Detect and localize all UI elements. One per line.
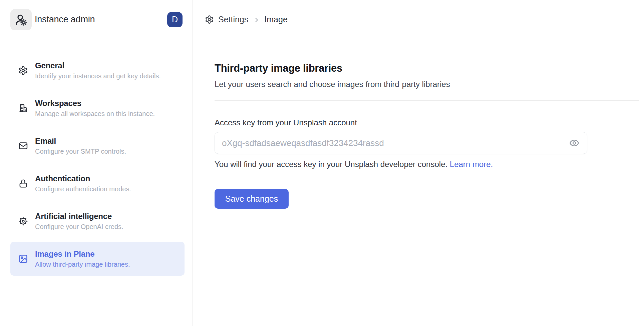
instance-admin-app: Instance admin D Settings Image Ge [0,0,644,326]
sidebar-item-email[interactable]: Email Configure your SMTP controls. [10,129,185,163]
user-avatar[interactable]: D [167,12,183,27]
instance-admin-badge [10,9,32,30]
access-key-field-wrap [215,132,587,154]
settings-sidebar: General Identify your instances and get … [0,39,193,326]
toggle-key-visibility-button[interactable] [569,137,580,149]
image-icon [18,254,28,264]
building-icon [18,103,28,113]
settings-gear-icon [205,15,214,24]
gear-icon [18,66,28,75]
access-key-help: You will find your access key in your Un… [215,160,639,169]
sidebar-item-description: Manage all workspaces on this instance. [35,110,155,118]
breadcrumb: Settings Image [193,0,644,39]
sidebar-item-label: Workspaces [35,99,155,108]
sidebar-item-label: Images in Plane [35,249,130,259]
section-divider [215,100,639,101]
sidebar-item-label: Email [35,136,126,146]
user-gear-icon [15,13,27,26]
sidebar-item-images-in-plane[interactable]: Images in Plane Allow third-party image … [10,242,185,276]
settings-image-panel: Third-party image libraries Let your use… [193,39,644,326]
sidebar-item-description: Identify your instances and get key deta… [35,72,161,80]
eye-icon [569,138,579,148]
sidebar-item-label: Artificial intelligence [35,212,123,221]
sidebar-item-artificial-intelligence[interactable]: Artificial intelligence Configure your O… [10,204,185,238]
access-key-label: Access key from your Unsplash account [215,118,639,127]
sidebar-item-authentication[interactable]: Authentication Configure authentication … [10,166,185,200]
learn-more-link[interactable]: Learn more. [450,160,493,169]
chevron-right-icon [253,16,260,24]
mail-icon [18,141,28,151]
access-key-input[interactable] [215,132,587,154]
breadcrumb-settings[interactable]: Settings [218,15,248,24]
sidebar-item-description: Allow third-party image libraries. [35,261,130,268]
sidebar-item-general[interactable]: General Identify your instances and get … [10,53,185,87]
page-subtitle: Let your users search and choose images … [215,80,639,89]
lock-icon [18,179,28,188]
app-title: Instance admin [35,14,95,25]
help-text: You will find your access key in your Un… [215,160,447,169]
sidebar-item-label: General [35,61,161,70]
sidebar-item-description: Configure authentication modes. [35,185,131,193]
cog-icon [18,216,28,226]
sidebar-item-workspaces[interactable]: Workspaces Manage all workspaces on this… [10,91,185,125]
sidebar-item-description: Configure your OpenAI creds. [35,223,123,231]
breadcrumb-image: Image [264,15,287,24]
page-title: Third-party image libraries [215,62,639,75]
sidebar-item-description: Configure your SMTP controls. [35,148,126,155]
sidebar-header: Instance admin D [0,0,193,39]
sidebar-item-label: Authentication [35,174,131,183]
save-changes-button[interactable]: Save changes [215,189,289,209]
